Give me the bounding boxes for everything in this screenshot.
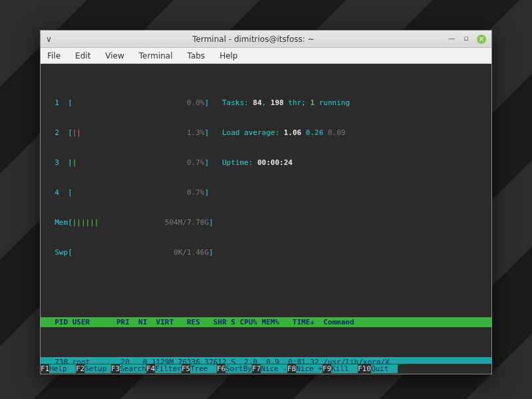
- cpu1-n: 1: [55, 98, 59, 107]
- menu-terminal[interactable]: Terminal: [136, 50, 176, 62]
- terminal-output[interactable]: 1 [ 0.0%] Tasks: 84, 198 thr; 1 running …: [41, 64, 491, 374]
- f1-key[interactable]: F1: [41, 364, 49, 373]
- f10-key[interactable]: F10: [358, 364, 371, 373]
- mem-label: Mem: [55, 218, 68, 227]
- cpu3-n: 3: [55, 158, 59, 167]
- f4-key[interactable]: F4: [146, 364, 155, 373]
- cpu4-n: 4: [55, 188, 59, 197]
- f9-key[interactable]: F9: [323, 364, 331, 373]
- close-button[interactable]: ×: [477, 35, 486, 44]
- menu-file[interactable]: File: [45, 50, 63, 62]
- function-keys: F1Help F2Setup F3Search F4Filter F5Tree …: [41, 364, 491, 374]
- menu-help[interactable]: Help: [217, 50, 240, 62]
- maximize-button[interactable]: ▫: [462, 35, 470, 43]
- f5-key[interactable]: F5: [182, 364, 190, 373]
- titlebar[interactable]: ∨ Terminal - dimitrios@itsfoss: ~ — ▫ ×: [41, 31, 491, 48]
- menu-view[interactable]: View: [102, 50, 126, 62]
- swp-label: Swp: [55, 248, 68, 257]
- minimize-button[interactable]: —: [448, 35, 456, 43]
- f2-key[interactable]: F2: [76, 364, 84, 373]
- window-title: Terminal - dimitrios@itsfoss: ~: [59, 35, 448, 44]
- column-header[interactable]: PID USER PRI NI VIRT RES SHR S CPU% MEM%…: [41, 317, 491, 327]
- f3-key[interactable]: F3: [111, 364, 120, 373]
- menu-edit[interactable]: Edit: [72, 50, 93, 62]
- terminal-window: ∨ Terminal - dimitrios@itsfoss: ~ — ▫ × …: [40, 30, 492, 374]
- f7-key[interactable]: F7: [252, 364, 261, 373]
- cpu2-n: 2: [55, 128, 59, 137]
- f8-key[interactable]: F8: [287, 364, 296, 373]
- menubar: File Edit View Terminal Tabs Help: [41, 48, 491, 64]
- menu-tabs[interactable]: Tabs: [185, 50, 208, 62]
- app-menu-icon[interactable]: ∨: [46, 35, 55, 44]
- f6-key[interactable]: F6: [217, 364, 225, 373]
